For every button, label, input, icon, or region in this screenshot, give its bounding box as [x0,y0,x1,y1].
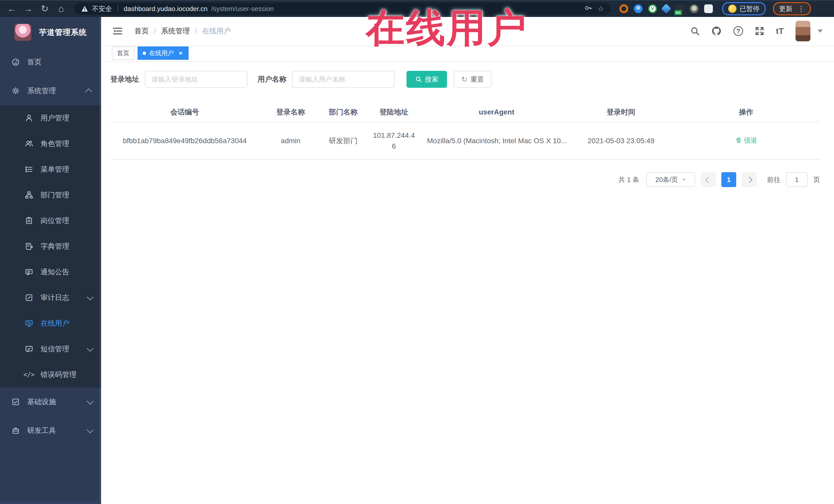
bookmark-star-icon[interactable]: ☆ [598,5,604,13]
prev-page-button[interactable] [701,172,716,187]
breadcrumb-home[interactable]: 首页 [134,26,149,36]
user-avatar[interactable] [795,21,810,41]
page-unit-label: 页 [813,175,820,184]
browser-toolbar: ← → ↻ ⌂ 不安全 dashboard.yudao.iocoder.cn/s… [0,0,834,17]
col-username: 登录名称 [259,107,322,117]
online-users-icon [25,319,34,328]
sidebar-item-online-users[interactable]: 在线用户 [0,310,101,336]
devtools-icon [11,426,20,435]
sidebar-item-sms-mgmt[interactable]: 短信管理 [0,336,101,362]
audit-log-icon [25,293,34,302]
github-icon[interactable] [711,26,722,36]
browser-menu-icon[interactable]: ⋮ [797,5,805,13]
sidebar-item-dict-mgmt[interactable]: 字典管理 [0,234,101,259]
home-icon[interactable]: ⌂ [54,1,68,17]
active-tag-dot [143,51,146,55]
announcement-icon [25,268,34,277]
username-input[interactable] [292,71,395,88]
extension-monkey-icon[interactable] [690,4,699,13]
sidebar-item-menu-mgmt[interactable]: 菜单管理 [0,156,101,182]
force-logout-button[interactable]: 强退 [735,136,757,145]
sidebar-bottom-strip [0,501,101,504]
search-button[interactable]: 搜索 [407,71,447,88]
tag-close-icon[interactable] [178,50,183,56]
cell-actions: 强退 [672,136,820,146]
password-key-icon[interactable] [584,4,592,14]
sidebar-item-infrastructure[interactable]: 基础设施 [0,388,101,416]
paused-badge[interactable]: 已暂停 [722,2,766,15]
next-page-button[interactable] [742,172,757,187]
forward-icon[interactable]: → [21,1,36,17]
page-header: 首页 / 系统管理 / 在线用户 ? [101,17,834,45]
system-submenu: 用户管理 角色管理 菜单管理 [0,105,101,388]
app-logo-row[interactable]: 芋道管理系统 [0,17,101,48]
extension-pin-icon[interactable] [634,4,642,13]
col-ip: 登陆地址 [365,107,423,117]
extension-v-icon[interactable]: V [648,4,657,13]
sidebar-item-notice[interactable]: 通知公告 [0,259,101,285]
breadcrumb-system[interactable]: 系统管理 [161,26,190,36]
sms-icon [25,345,34,353]
chevron-down-icon [87,426,94,434]
sidebar-item-audit-log[interactable]: 审计日志 [0,285,101,310]
sidebar-item-dept-mgmt[interactable]: 部门管理 [0,182,101,208]
extension-translate-icon[interactable]: en [675,4,684,13]
breadcrumb-current: 在线用户 [202,26,231,36]
page-size-select[interactable]: 20条/页 [646,172,695,187]
update-button[interactable]: 更新 ⋮ [773,2,811,15]
header-actions: ? tT [690,21,823,41]
sidebar-item-role-mgmt[interactable]: 角色管理 [0,131,101,156]
sidebar-item-home[interactable]: 首页 [0,48,101,76]
hamburger-icon[interactable] [112,27,123,36]
tag-home[interactable]: 首页 [112,46,134,60]
cell-dept: 研发部门 [322,136,365,146]
dictionary-icon [25,242,34,251]
back-icon[interactable]: ← [5,1,19,17]
col-user-agent: userAgent [423,108,570,116]
paused-label: 已暂停 [740,4,760,13]
sidebar-item-devtools[interactable]: 研发工具 [0,416,101,445]
sidebar-item-user-mgmt[interactable]: 用户管理 [0,105,101,131]
user-icon [25,114,34,123]
table-row: bfbb1ab79ba849e49fb26ddb56a73044 admin 研… [110,122,820,160]
gear-icon [11,86,20,95]
en-badge: en [674,10,682,15]
help-icon[interactable]: ? [733,26,743,36]
reload-icon[interactable]: ↻ [38,1,52,17]
sidebar-item-post-mgmt[interactable]: 岗位管理 [0,208,101,234]
users-icon [25,139,34,148]
chevron-down-icon [87,345,94,352]
org-tree-icon [25,191,34,199]
address-bar[interactable]: 不安全 dashboard.yudao.iocoder.cn/system/us… [74,3,611,15]
cell-session-id: bfbb1ab79ba849e49fb26ddb56a73044 [110,137,259,145]
update-label: 更新 [779,4,792,13]
dashboard-icon [11,58,20,66]
avatar-caret-icon[interactable] [817,29,823,32]
sidebar-item-system[interactable]: 系统管理 [0,76,101,105]
goto-page-input[interactable] [786,172,808,187]
url-host: dashboard.yudao.iocoder.cn [124,5,207,13]
pagination: 共 1 条 20条/页 1 前往 页 [110,172,820,187]
extensions-puzzle-icon[interactable] [704,4,713,13]
chevron-left-icon [705,177,711,183]
search-icon[interactable] [690,26,700,36]
chevron-right-icon [746,177,752,183]
extension-ring-icon[interactable] [619,4,628,13]
tag-online-users[interactable]: 在线用户 [137,46,189,60]
app-title: 芋道管理系统 [39,27,87,38]
breadcrumb-separator: / [195,27,197,35]
goto-label: 前往 [767,175,781,184]
tags-view: 首页 在线用户 [101,45,834,62]
extension-diamond-icon[interactable] [661,4,671,14]
reset-button[interactable]: ↻ 重置 [454,71,491,88]
table-header-row: 会话编号 登录名称 部门名称 登陆地址 userAgent 登录时间 操作 [110,103,820,122]
font-size-icon[interactable]: tT [776,26,784,36]
current-page[interactable]: 1 [721,172,736,187]
cell-username: admin [259,137,322,145]
sidebar-scrollbar[interactable] [99,17,101,504]
login-address-input[interactable] [145,71,247,88]
sidebar-item-error-code[interactable]: </> 错误码管理 [0,362,101,388]
breadcrumb: 首页 / 系统管理 / 在线用户 [134,26,231,36]
fullscreen-icon[interactable] [755,26,764,36]
login-address-label: 登录地址 [110,74,139,84]
